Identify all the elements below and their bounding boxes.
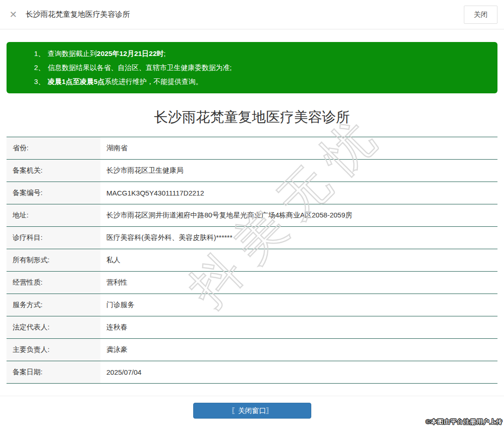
table-row-main-person-in-charge: 主要负责人: 龚泳豪	[7, 339, 497, 361]
page: ✕ 长沙雨花梵童复地医疗美容诊所 关闭 1、查询数据截止到2025年12月21日…	[0, 0, 504, 427]
table-row-province: 省份: 湖南省	[7, 137, 497, 160]
row-label: 主要负责人:	[7, 339, 100, 361]
notice-line-3: 3、凌晨1点至凌晨5点系统进行维护，不能提供查询。	[34, 75, 488, 89]
row-value: 湖南省	[100, 137, 497, 159]
notice-line-3-suffix: 系统进行维护，不能提供查询。	[105, 77, 203, 85]
row-label: 省份:	[7, 137, 100, 159]
row-label: 诊疗科目:	[7, 227, 100, 249]
notice-banner: 1、查询数据截止到2025年12月21日22时; 2、信息数据结果以各省、自治区…	[7, 42, 497, 93]
notice-line-3-bold: 凌晨1点至凌晨5点	[48, 77, 105, 85]
row-label: 服务方式:	[7, 294, 100, 316]
row-value: 医疗美容科(美容外科、美容皮肤科)******	[100, 227, 497, 249]
detail-table: 省份: 湖南省 备案机关: 长沙市雨花区卫生健康局 备案编号: MACG1K3Q…	[7, 137, 497, 384]
row-value: 龚泳豪	[100, 339, 497, 361]
row-value: 门诊服务	[100, 294, 497, 316]
notice-line-1-text: 查询数据截止到	[48, 49, 97, 57]
row-value: 营利性	[100, 272, 497, 294]
row-label: 备案日期:	[7, 361, 100, 383]
notice-line-2-text: 信息数据结果以各省、自治区、直辖市卫生健康委数据为准;	[48, 63, 231, 71]
row-value: 长沙市雨花区卫生健康局	[100, 160, 497, 182]
row-value: 2025/07/04	[100, 361, 497, 383]
table-row-address: 地址: 长沙市雨花区洞井街道湘府中路80号复地星光商业广场4栋商业A区2058-…	[7, 204, 497, 227]
table-row-filing-number: 备案编号: MACG1K3Q5Y43011117D2212	[7, 182, 497, 204]
notice-line-1-number: 1、	[34, 49, 45, 57]
row-label: 备案编号:	[7, 182, 100, 204]
table-row-ownership-form: 所有制形式: 私人	[7, 249, 497, 272]
record-title: 长沙雨花梵童复地医疗美容诊所	[0, 107, 504, 127]
table-row-legal-representative: 法定代表人: 连秋春	[7, 316, 497, 339]
row-label: 备案机关:	[7, 160, 100, 182]
table-row-filing-authority: 备案机关: 长沙市雨花区卫生健康局	[7, 160, 497, 182]
row-value: MACG1K3Q5Y43011117D2212	[100, 182, 497, 204]
window-titlebar: ✕ 长沙雨花梵童复地医疗美容诊所 关闭	[0, 0, 504, 29]
window-title: 长沙雨花梵童复地医疗美容诊所	[26, 10, 130, 20]
notice-line-1-suffix: ;	[164, 49, 166, 57]
row-label: 地址:	[7, 204, 100, 226]
table-row-treatment-subjects: 诊疗科目: 医疗美容科(美容外科、美容皮肤科)******	[7, 227, 497, 249]
uploader-watermark: ©本图由平台注册用户上传	[426, 418, 503, 426]
table-row-operation-nature: 经营性质: 营利性	[7, 272, 497, 294]
notice-line-2: 2、信息数据结果以各省、自治区、直辖市卫生健康委数据为准;	[34, 61, 488, 75]
row-label: 所有制形式:	[7, 249, 100, 271]
notice-line-2-number: 2、	[34, 63, 45, 71]
notice-line-3-number: 3、	[34, 77, 45, 85]
notice-line-1: 1、查询数据截止到2025年12月21日22时;	[34, 47, 488, 61]
row-label: 法定代表人:	[7, 316, 100, 338]
footer: 〖关闭窗口〗	[0, 396, 504, 419]
close-window-button[interactable]: 〖关闭窗口〗	[193, 403, 311, 419]
close-button[interactable]: 关闭	[464, 6, 497, 24]
close-x-icon[interactable]: ✕	[9, 10, 17, 19]
row-value: 长沙市雨花区洞井街道湘府中路80号复地星光商业广场4栋商业A区2058-2059…	[100, 204, 497, 226]
row-value: 私人	[100, 249, 497, 271]
row-value: 连秋春	[100, 316, 497, 338]
table-row-filing-date: 备案日期: 2025/07/04	[7, 361, 497, 384]
notice-line-1-bold: 2025年12月21日22时	[97, 49, 163, 57]
table-row-service-mode: 服务方式: 门诊服务	[7, 294, 497, 316]
row-label: 经营性质:	[7, 272, 100, 294]
